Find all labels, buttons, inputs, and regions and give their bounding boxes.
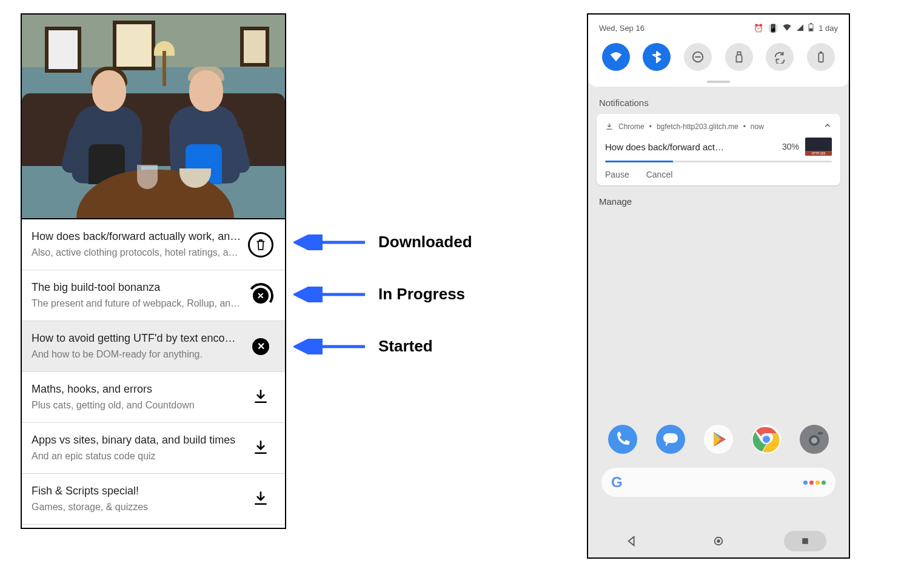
arrow-icon: [293, 339, 366, 354]
assistant-icon[interactable]: [803, 481, 826, 485]
qs-dnd-toggle[interactable]: [684, 43, 712, 71]
glass: [137, 165, 158, 189]
annotation-label: Started: [378, 337, 433, 356]
home-dock: [599, 421, 838, 458]
annotation-label: Downloaded: [378, 233, 472, 251]
camera-app-icon[interactable]: [800, 425, 829, 454]
episode-row[interactable]: Maths, hooks, and errors Plus cats, gett…: [22, 372, 285, 423]
episode-subtitle: Also, active clothing protocols, hotel r…: [32, 246, 241, 259]
battery-text: 1 day: [819, 24, 838, 33]
qs-autorotate-toggle[interactable]: [766, 43, 794, 71]
download-progress-track: [605, 161, 832, 162]
google-search-bar[interactable]: G: [601, 468, 835, 497]
download-icon[interactable]: [253, 388, 269, 407]
download-progress-bar: [605, 161, 673, 162]
download-notification-card[interactable]: Chrome • bgfetch-http203.glitch.me • now…: [597, 114, 840, 185]
svg-rect-10: [820, 52, 822, 53]
episode-title: How does back/forward actually work, an…: [32, 230, 241, 244]
episode-row[interactable]: How to avoid getting UTF'd by text encod…: [22, 321, 285, 372]
episode-subtitle: And an epic status code quiz: [32, 450, 241, 463]
chrome-app-icon[interactable]: [752, 425, 781, 454]
status-date: Wed, Sep 16: [599, 24, 749, 33]
svg-rect-21: [803, 538, 809, 544]
signal-icon: [796, 24, 803, 33]
qs-bluetooth-toggle[interactable]: [643, 43, 671, 71]
system-nav-bar: [588, 525, 849, 557]
episode-row[interactable]: Apps vs sites, binary data, and build ti…: [22, 423, 285, 474]
cancel-button[interactable]: Cancel: [646, 170, 673, 179]
delete-download-icon[interactable]: [248, 232, 273, 258]
qs-flashlight-toggle[interactable]: [725, 43, 753, 71]
annotation-label: In Progress: [378, 285, 465, 304]
svg-rect-18: [818, 432, 823, 434]
wifi-icon: [783, 24, 791, 33]
episode-subtitle: And how to be DOM-ready for anything.: [32, 348, 241, 361]
chevron-up-icon[interactable]: [823, 121, 832, 131]
notification-header: Chrome • bgfetch-http203.glitch.me • now: [605, 121, 832, 131]
home-button[interactable]: [697, 531, 740, 551]
phone-app-icon[interactable]: [608, 425, 637, 454]
wall-frame-3: [240, 27, 269, 67]
episode-row[interactable]: Fish & Scripts special! Games, storage, …: [22, 474, 285, 525]
episode-row[interactable]: How does back/forward actually work, an……: [22, 219, 285, 270]
svg-point-17: [811, 437, 817, 444]
download-app-icon: [605, 122, 614, 131]
back-button[interactable]: [611, 531, 653, 551]
download-icon[interactable]: [253, 490, 269, 508]
cancel-progress-icon[interactable]: ✕: [248, 283, 273, 308]
notification-shade: Wed, Sep 16 ⏰ 📳 1 day: [588, 15, 849, 87]
alarm-icon: ⏰: [754, 24, 763, 33]
recents-button[interactable]: [784, 531, 826, 551]
annotation-started: Started: [293, 337, 433, 356]
notification-title: How does back/forward act…: [605, 142, 776, 152]
annotation-downloaded: Downloaded: [293, 233, 472, 251]
arrow-icon: [293, 234, 366, 250]
svg-rect-9: [819, 53, 823, 62]
pause-button[interactable]: Pause: [605, 170, 629, 179]
person-right: [159, 63, 250, 184]
hero-video-thumbnail[interactable]: [22, 15, 285, 219]
battery-icon: [808, 23, 814, 33]
google-logo-icon: G: [611, 474, 623, 491]
qs-wifi-toggle[interactable]: [602, 43, 630, 71]
notification-thumbnail: [805, 138, 832, 156]
episode-row[interactable]: The big build-tool bonanza The present a…: [22, 270, 285, 321]
arrow-icon: [293, 287, 366, 302]
app-episode-list-panel: How does back/forward actually work, an……: [21, 13, 286, 529]
annotation-in-progress: In Progress: [293, 285, 465, 304]
episode-title: Fish & Scripts special!: [32, 484, 241, 498]
episode-subtitle: The present and future of webpack, Rollu…: [32, 297, 241, 310]
android-screenshot: Wed, Sep 16 ⏰ 📳 1 day Notifications: [587, 13, 850, 559]
manage-notifications-button[interactable]: Manage: [599, 196, 838, 207]
episode-title: Apps vs sites, binary data, and build ti…: [32, 433, 241, 447]
play-store-icon[interactable]: [704, 425, 733, 454]
status-bar: Wed, Sep 16 ⏰ 📳 1 day: [588, 21, 849, 39]
notification-source: bgfetch-http203.glitch.me: [657, 122, 738, 131]
cancel-download-icon[interactable]: ✕: [252, 338, 269, 355]
qs-battery-toggle[interactable]: [807, 43, 835, 71]
svg-point-20: [717, 539, 720, 542]
episode-title: The big build-tool bonanza: [32, 281, 241, 294]
quick-settings-row: [588, 39, 849, 79]
download-icon[interactable]: [253, 439, 269, 457]
episode-title: Maths, hooks, and errors: [32, 382, 241, 396]
notification-percent: 30%: [782, 142, 799, 151]
episode-subtitle: Plus cats, getting old, and Countdown: [32, 399, 241, 412]
episode-list: How does back/forward actually work, an……: [22, 219, 285, 528]
messages-app-icon[interactable]: [656, 425, 685, 454]
notification-when: now: [751, 122, 764, 131]
vibrate-icon: 📳: [768, 24, 778, 33]
shade-drag-handle[interactable]: [707, 81, 730, 83]
notification-area: Notifications Chrome • bgfetch-http203.g…: [588, 87, 849, 207]
svg-rect-4: [810, 23, 812, 24]
episode-subtitle: Games, storage, & quizzes: [32, 501, 241, 514]
svg-rect-8: [737, 52, 741, 55]
svg-rect-5: [809, 28, 812, 31]
notifications-heading: Notifications: [599, 98, 838, 108]
notification-app-name: Chrome: [618, 122, 644, 131]
episode-title: How to avoid getting UTF'd by text encod…: [32, 331, 241, 345]
svg-rect-11: [663, 433, 678, 443]
